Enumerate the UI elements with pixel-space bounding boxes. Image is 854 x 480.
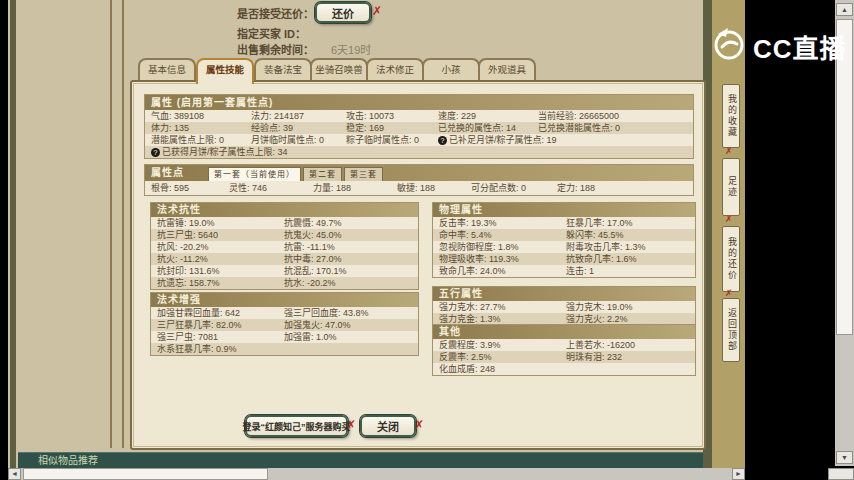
sidebar-footprints[interactable]: 足迹 [722, 158, 740, 216]
stat-cell: 力量: 188 [313, 181, 397, 195]
tab-attributes-skills[interactable]: 属性技能 [196, 58, 254, 84]
stat-row: 水系狂暴几率: 0.9% [151, 343, 418, 355]
horizontal-scroll-thumb[interactable] [23, 468, 268, 480]
stat-row: 强力克水: 27.7%强力克木: 19.0% [433, 301, 695, 313]
stat-cell: 抗雷: -11.1% [284, 241, 335, 253]
attribute-box-title-text: 属性 (启用第一套属性点) [151, 96, 273, 110]
vertical-scroll-thumb[interactable] [836, 19, 853, 335]
container-border-line [122, 0, 124, 448]
question-icon: ? [151, 148, 160, 157]
points-tab-set1[interactable]: 第一套（当前使用） [208, 167, 301, 181]
other-title-text: 其他 [439, 325, 461, 339]
red-x-icon: ✗ [372, 4, 382, 18]
magic-enhance-grid: 加强甘霖回血量: 642强三尸回血度: 43.8%三尸狂暴几率: 82.0%加强… [151, 307, 418, 355]
sidebar-back-to-top[interactable]: 返回顶部 [722, 298, 740, 362]
scroll-up-button[interactable]: ▲ [836, 3, 853, 16]
stat-cell: 月饼临时属性点: 0 [251, 134, 346, 146]
stat-row: 抗风: -20.2%抗雷: -11.1% [151, 241, 418, 253]
red-tick-icon: ✗ [725, 288, 733, 298]
tab-basic-info[interactable]: 基本信息 [138, 58, 196, 80]
scroll-down-button[interactable]: ▼ [836, 451, 853, 464]
stat-row: 抗遗忘: 158.7%抗水: -20.2% [151, 277, 418, 289]
stat-cell: 躲闪率: 45.5% [566, 229, 624, 241]
stat-cell: 抗封印: 131.6% [157, 265, 284, 277]
close-button[interactable]: 关闭 [360, 415, 416, 437]
points-tab-set2[interactable]: 第二套 [303, 167, 342, 181]
stat-cell: 速度: 229 [438, 110, 538, 122]
stat-row: 反击率: 19.3%狂暴几率: 17.0% [433, 217, 695, 229]
stat-cell: 抗遗忘: 158.7% [157, 277, 284, 289]
stat-cell: 抗混乱: 170.1% [284, 265, 347, 277]
scroll-right-icon: ► [735, 470, 742, 477]
red-tick-icon: ✗ [725, 214, 733, 224]
stat-row: 根骨: 595灵性: 746力量: 188敏捷: 188可分配点数: 0定力: … [145, 181, 693, 195]
stat-cell: 强力克木: 19.0% [566, 301, 633, 313]
stat-cell: 反震程度: 3.9% [439, 339, 566, 351]
similar-items-bar[interactable]: 相似物品推荐 [18, 452, 703, 468]
physical-title-text: 物理属性 [439, 203, 483, 217]
stat-row: 抗雷锤: 19.0%抗震慑: 49.7% [151, 217, 418, 229]
stat-row: 加强甘霖回血量: 642强三尸回血度: 43.8% [151, 307, 418, 319]
magic-resist-title: 法术抗性 [151, 203, 418, 217]
stat-cell: 敏捷: 188 [397, 181, 471, 195]
question-icon: ? [438, 136, 447, 145]
stat-cell: 物理吸收率: 119.3% [439, 253, 566, 265]
stat-cell: 加强甘霖回血量: 642 [157, 307, 284, 319]
stat-cell: 气血: 389108 [151, 110, 251, 122]
stat-row: 忽视防御程度: 1.8%附毒攻击几率: 1.3% [433, 241, 695, 253]
stat-cell: 抗风: -20.2% [157, 241, 284, 253]
stat-cell: 抗震慑: 49.7% [284, 217, 342, 229]
stat-row: ?已获得月饼/粽子属性点上限: 34 [145, 146, 693, 158]
stat-cell: 狂暴几率: 17.0% [566, 217, 633, 229]
scroll-left-icon: ◄ [11, 470, 18, 477]
cc-live-logo: CC直播 [753, 28, 847, 65]
sidebar-my-counteroffers[interactable]: 我的还价 [722, 226, 740, 292]
attribute-points-box: 属性点 第一套（当前使用） 第二套 第三套 根骨: 595灵性: 746力量: … [144, 164, 694, 196]
red-x-icon: ✗ [346, 418, 356, 432]
counter-offer-button[interactable]: 还价 [315, 2, 371, 23]
five-elements-grid: 强力克水: 27.7%强力克木: 19.0%强力克金: 1.3%强力克火: 2.… [433, 301, 695, 325]
stat-cell: 致命几率: 24.0% [439, 265, 566, 277]
stat-cell: 强三尸回血度: 43.8% [284, 307, 369, 319]
stat-row: 潜能属性点上限: 0月饼临时属性点: 0粽子临时属性点: 0?已补足月饼/粽子属… [145, 134, 693, 146]
other-title: 其他 [433, 325, 695, 339]
frame-left-strip [10, 0, 16, 468]
stream-stage: 是否接受还价： 还价 ✗ 指定买家 ID： 出售剩余时间： 6天19时 基本信息… [0, 0, 854, 480]
stat-cell: 抗致命几率: 1.6% [566, 253, 637, 265]
stat-cell: 忽视防御程度: 1.8% [439, 241, 566, 253]
stat-cell: 明珠有泪: 232 [566, 351, 622, 363]
stat-cell: 已兑换潜能属性点: 0 [538, 122, 620, 134]
tab-child[interactable]: 小孩 [422, 58, 480, 80]
stat-cell: 法力: 214187 [251, 110, 346, 122]
stat-cell: 可分配点数: 0 [471, 181, 557, 195]
stat-cell: 抗鬼火: 45.0% [284, 229, 342, 241]
stat-cell: 三尸狂暴几率: 82.0% [157, 319, 284, 331]
sale-time-label: 出售剩余时间： [237, 41, 314, 57]
stat-cell: 抗中毒: 27.0% [284, 253, 342, 265]
stat-row: 抗火: -11.2%抗中毒: 27.0% [151, 253, 418, 265]
tab-equipment-treasure[interactable]: 装备法宝 [254, 58, 312, 80]
scroll-left-button[interactable]: ◄ [8, 468, 21, 480]
tab-mount-summon[interactable]: 坐骑召唤兽 [310, 58, 368, 80]
stat-cell: 抗三尸虫: 5640 [157, 229, 284, 241]
scroll-right-button[interactable]: ► [732, 468, 745, 480]
stat-cell: ?已补足月饼/粽子属性点: 19 [438, 134, 557, 146]
stat-cell: 粽子临时属性点: 0 [346, 134, 438, 146]
stat-cell: 当前经验: 26665000 [538, 110, 619, 122]
cc-mascot-icon [710, 25, 748, 63]
tab-spell-correction[interactable]: 法术修正 [366, 58, 424, 80]
stat-row: 致命几率: 24.0%连击: 1 [433, 265, 695, 277]
other-grid: 反震程度: 3.9%上善若水: -16200反震率: 2.5%明珠有泪: 232… [433, 339, 695, 375]
accept-counter-label: 是否接受还价： [237, 5, 314, 21]
stat-cell: 加强鬼火: 47.0% [284, 319, 351, 331]
stat-cell: 化血成盾: 248 [439, 363, 495, 375]
stat-cell: 连击: 1 [566, 265, 594, 277]
five-elements-title-text: 五行属性 [439, 287, 483, 301]
sidebar-my-favorites[interactable]: 我的收藏 [722, 84, 740, 148]
game-page: 是否接受还价： 还价 ✗ 指定买家 ID： 出售剩余时间： 6天19时 基本信息… [8, 0, 745, 468]
magic-resist-title-text: 法术抗性 [157, 203, 201, 217]
points-tab-set3[interactable]: 第三套 [344, 167, 383, 181]
stat-cell: 灵性: 746 [229, 181, 313, 195]
tab-appearance-items[interactable]: 外观道具 [478, 58, 536, 80]
login-server-buy-button[interactable]: 登录“红颜知己”服务器购买 [245, 415, 348, 437]
